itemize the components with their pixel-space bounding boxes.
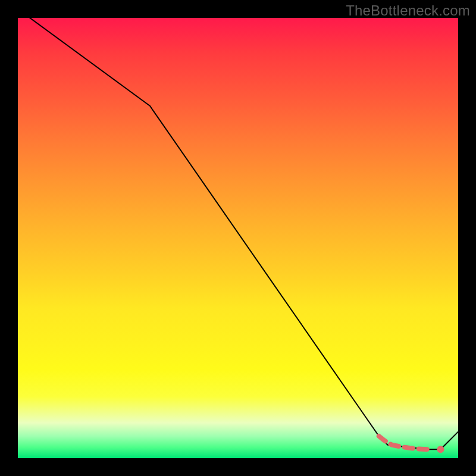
chart-svg: [18, 18, 458, 458]
watermark-text: TheBottleneck.com: [346, 2, 470, 19]
bottleneck-curve-path: [18, 18, 458, 449]
chart-frame: TheBottleneck.com: [0, 0, 476, 476]
plot-area: [18, 18, 458, 458]
bottleneck-highlight-path: [379, 436, 427, 449]
optimal-point-marker: [437, 446, 444, 453]
